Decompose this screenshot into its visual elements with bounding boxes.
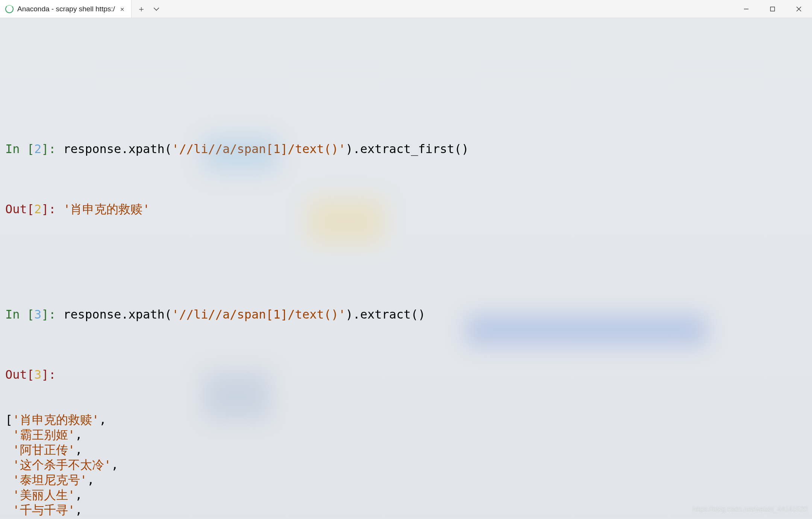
maximize-button[interactable] — [759, 0, 786, 18]
svg-rect-1 — [771, 7, 775, 11]
list-item: '这个杀手不太冷', — [5, 457, 807, 472]
anaconda-icon — [5, 5, 14, 13]
tab-title: Anaconda - scrapy shell https:/ — [17, 5, 115, 13]
minimize-button[interactable] — [733, 0, 759, 18]
out3-list: ['肖申克的救赎', '霸王别姬', '阿甘正传', '这个杀手不太冷', '泰… — [5, 412, 807, 519]
list-item: '千与千寻', — [5, 502, 807, 517]
titlebar: Anaconda - scrapy shell https:/ ✕ ＋ — [0, 0, 812, 18]
in-prompt: In — [5, 142, 27, 156]
window-controls — [733, 0, 812, 18]
new-tab-button[interactable]: ＋ — [134, 0, 149, 18]
browser-tab[interactable]: Anaconda - scrapy shell https:/ ✕ — [0, 0, 132, 18]
out-prompt: Out — [5, 202, 27, 216]
out2-value: '肖申克的救赎' — [63, 202, 150, 216]
tabstrip-actions: ＋ — [132, 0, 164, 18]
list-item: '霸王别姬', — [5, 427, 807, 442]
list-item: '辛德勒的名单', — [5, 517, 807, 519]
list-item: '美丽人生', — [5, 487, 807, 502]
watermark: https://blog.csdn.net/weixin_44141520 — [692, 502, 807, 517]
list-item: '阿甘正传', — [5, 442, 807, 457]
out-cell-3-header: Out[3]: — [5, 367, 807, 382]
list-item: ['肖申克的救赎', — [5, 412, 807, 427]
in-cell-3: In [3]: response.xpath('//li//a/span[1]/… — [5, 307, 807, 322]
tabs-dropdown-button[interactable] — [149, 0, 164, 18]
out-cell-2: Out[2]: '肖申克的救赎' — [5, 202, 807, 217]
list-item: '泰坦尼克号', — [5, 472, 807, 487]
close-tab-icon[interactable]: ✕ — [119, 5, 126, 13]
close-window-button[interactable] — [786, 0, 812, 18]
in-cell-2: In [2]: response.xpath('//li//a/span[1]/… — [5, 141, 807, 156]
ipython-console[interactable]: In [2]: response.xpath('//li//a/span[1]/… — [0, 18, 812, 519]
